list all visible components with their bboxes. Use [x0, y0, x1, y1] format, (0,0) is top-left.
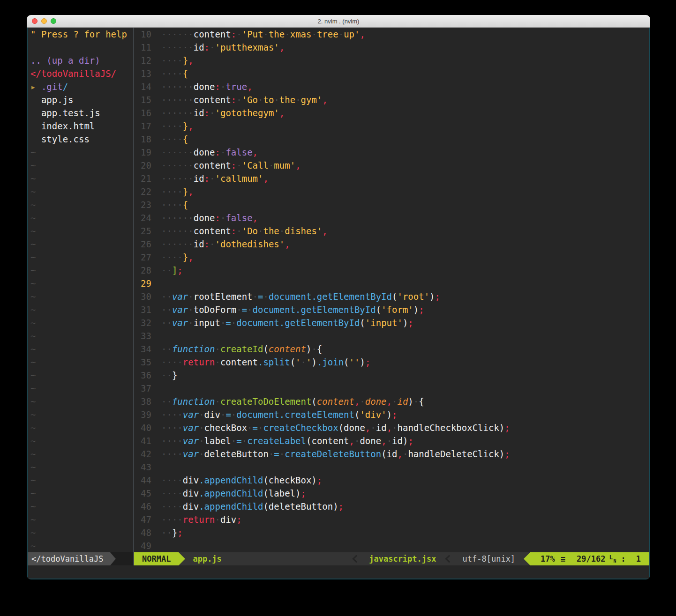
empty-buffer-line: ~	[30, 198, 133, 211]
line-number: 36	[134, 369, 151, 382]
code-line[interactable]: 28··];	[134, 264, 649, 277]
tree-help-hint: " Press ? for help	[30, 28, 133, 41]
code-line[interactable]: 15······content:·'Go·to·the·gym',	[134, 93, 649, 106]
empty-buffer-line: ~	[30, 224, 133, 237]
close-button[interactable]	[32, 18, 38, 24]
line-number: 45	[134, 487, 151, 500]
cursor-line-of-total: 29/162	[577, 552, 605, 565]
code-line[interactable]: 32··var·input·=·document.getElementById(…	[134, 316, 649, 329]
code-line[interactable]: 40····var·checkBox·=·createCheckbox(done…	[134, 421, 649, 434]
code-line[interactable]: 35····return·content.split('·').join('')…	[134, 356, 649, 369]
code-line[interactable]: 10······content:·'Put·the·xmas·tree·up',	[134, 28, 649, 41]
code-line[interactable]: 11······id:·'putthexmas',	[134, 41, 649, 54]
window-title: 2. nvim . (nvim)	[318, 18, 360, 25]
terminal-window: 2. nvim . (nvim) " Press ? for help.. (u…	[27, 15, 650, 579]
code-line[interactable]: 34··function·createId(content)·{	[134, 342, 649, 356]
title-bar[interactable]: 2. nvim . (nvim)	[27, 15, 650, 28]
tree-root-todovanillajs[interactable]: </todoVanillaJS/	[30, 67, 133, 80]
empty-buffer-line: ~	[30, 342, 133, 356]
status-bar: </todoVanillaJS NORMAL app.js javascript…	[28, 552, 649, 565]
empty-buffer-line: ~	[30, 146, 133, 159]
code-line[interactable]: 20······content:·'Call·mum',	[134, 159, 649, 172]
code-line[interactable]: 24······done:·false,	[134, 211, 649, 224]
column-number: 1	[636, 552, 641, 565]
line-number: 21	[134, 172, 151, 185]
tree-item-up-a-dir[interactable]: .. (up a dir)	[30, 54, 133, 67]
nerdtree-status-path: </todoVanillaJS	[28, 552, 110, 565]
powerline-arrow-icon	[179, 552, 185, 565]
empty-buffer-line: ~	[30, 500, 133, 513]
code-line[interactable]: 33	[134, 329, 649, 342]
line-number: 27	[134, 251, 151, 264]
code-line[interactable]: 16······id:·'gotothegym',	[134, 106, 649, 119]
code-line[interactable]: 42····var·deleteButton·=·createDeleteBut…	[134, 447, 649, 460]
status-filename: app.js	[185, 552, 229, 565]
empty-buffer-line: ~	[30, 172, 133, 185]
empty-buffer-line: ~	[30, 264, 133, 277]
line-number: 39	[134, 408, 151, 421]
code-line[interactable]: 13····{	[134, 67, 649, 80]
empty-buffer-line: ~	[30, 382, 133, 395]
nerdtree-sidebar[interactable]: " Press ? for help.. (up a dir)</todoVan…	[28, 28, 133, 552]
minimize-button[interactable]	[41, 18, 47, 24]
line-number: 15	[134, 93, 151, 106]
empty-buffer-line: ~	[30, 395, 133, 408]
line-number: 29	[134, 277, 151, 290]
code-line[interactable]: 21······id:·'callmum',	[134, 172, 649, 185]
command-line[interactable]	[28, 565, 649, 579]
empty-buffer-line: ~	[30, 211, 133, 224]
lines-icon: ≡	[561, 552, 565, 565]
code-line[interactable]: 38··function·createToDoElement(content,·…	[134, 395, 649, 408]
line-number: 19	[134, 146, 151, 159]
scroll-percent: 17%	[541, 552, 555, 565]
zoom-button[interactable]	[51, 18, 56, 24]
code-line[interactable]: 37	[134, 382, 649, 395]
empty-buffer-line: ~	[30, 316, 133, 329]
empty-buffer-line: ~	[30, 290, 133, 303]
tree-item-app-test-js[interactable]: app.test.js	[30, 106, 133, 119]
code-line[interactable]: 12····},	[134, 54, 649, 67]
editor-buffer[interactable]: 10······content:·'Put·the·xmas·tree·up',…	[134, 28, 649, 552]
traffic-lights	[32, 18, 56, 24]
tree-item-app-js[interactable]: app.js	[30, 93, 133, 106]
line-number: 32	[134, 316, 151, 329]
line-number: 44	[134, 474, 151, 487]
code-line[interactable]: 36··}	[134, 369, 649, 382]
code-line[interactable]: 27····},	[134, 251, 649, 264]
code-line[interactable]: 26······id:·'dothedishes',	[134, 237, 649, 251]
line-number: 18	[134, 133, 151, 146]
code-line[interactable]: 17····},	[134, 119, 649, 133]
code-line[interactable]: 45····div.appendChild(label);	[134, 487, 649, 500]
code-line[interactable]: 49	[134, 539, 649, 552]
code-line[interactable]: 22····},	[134, 185, 649, 198]
code-line[interactable]: 43	[134, 460, 649, 474]
code-line[interactable]: 31··var·toDoForm·=·document.getElementBy…	[134, 303, 649, 316]
code-line[interactable]: 47····return·div;	[134, 513, 649, 526]
line-number: 34	[134, 342, 151, 356]
empty-buffer-line: ~	[30, 237, 133, 251]
line-number: 16	[134, 106, 151, 119]
airline-statusline: NORMAL app.js javascript.jsx utf-8[unix]…	[134, 552, 649, 565]
code-line[interactable]: 14······done:·true,	[134, 80, 649, 93]
vim-panes: " Press ? for help.. (up a dir)</todoVan…	[28, 28, 649, 552]
empty-buffer-line: ~	[30, 408, 133, 421]
tree-item-index-html[interactable]: index.html	[30, 119, 133, 133]
powerline-arrow-icon	[524, 552, 530, 565]
code-line[interactable]: 18····{	[134, 133, 649, 146]
code-line[interactable]: 48··};	[134, 526, 649, 539]
tree-item-style-css[interactable]: style.css	[30, 133, 133, 146]
empty-buffer-line: ~	[30, 460, 133, 474]
code-line[interactable]: 41····var·label·=·createLabel(content,·d…	[134, 434, 649, 447]
code-line[interactable]: 29	[134, 277, 649, 290]
empty-buffer-line: ~	[30, 369, 133, 382]
line-number: 47	[134, 513, 151, 526]
code-line[interactable]: 44····div.appendChild(checkBox);	[134, 474, 649, 487]
code-line[interactable]: 46····div.appendChild(deleteButton);	[134, 500, 649, 513]
code-line[interactable]: 30··var·rootElement·=·document.getElemen…	[134, 290, 649, 303]
code-line[interactable]: 39····var·div·=·document.createElement('…	[134, 408, 649, 421]
code-line[interactable]: 25······content:·'Do·the·dishes',	[134, 224, 649, 237]
tree-item-git-dir[interactable]: ▸ .git/	[30, 80, 133, 93]
line-number: 38	[134, 395, 151, 408]
code-line[interactable]: 23····{	[134, 198, 649, 211]
code-line[interactable]: 19······done:·false,	[134, 146, 649, 159]
